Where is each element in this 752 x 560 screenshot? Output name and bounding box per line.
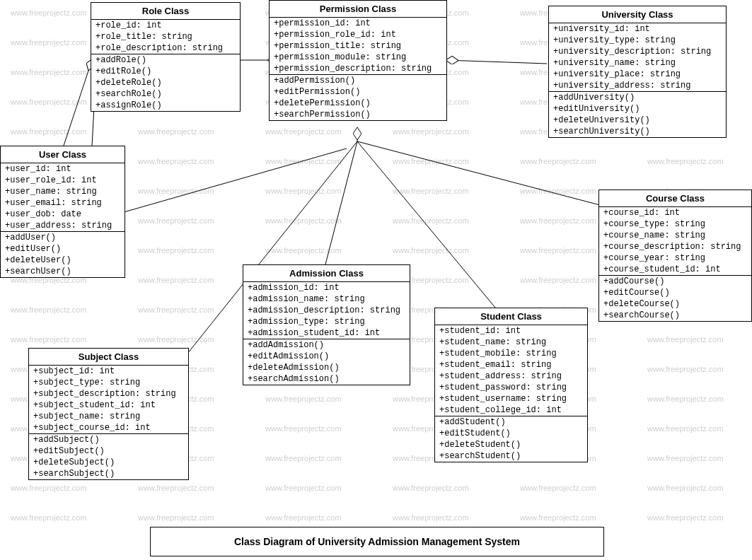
attribute-row: +subject_description: string: [29, 388, 188, 399]
attributes-section: +user_id: int+user_role_id: int+user_nam…: [1, 163, 125, 232]
attributes-section: +student_id: int+student_name: string+st…: [435, 325, 587, 416]
operation-row: +deleteUniversity(): [549, 115, 726, 126]
operation-row: +searchPermission(): [270, 109, 446, 120]
attribute-row: +university_id: int: [549, 23, 726, 35]
operations-section: +addUniversity()+editUniversity()+delete…: [549, 92, 726, 137]
attribute-row: +university_type: string: [549, 35, 726, 46]
attribute-row: +student_password: string: [435, 382, 587, 393]
class-user: User Class+user_id: int+user_role_id: in…: [0, 146, 125, 278]
class-permission: Permission Class+permission_id: int+perm…: [269, 0, 447, 121]
attribute-row: +permission_module: string: [270, 52, 446, 63]
class-admission: Admission Class+admission_id: int+admiss…: [243, 264, 410, 385]
operation-row: +deleteRole(): [91, 77, 240, 88]
attribute-row: +course_description: string: [599, 241, 751, 252]
operation-row: +deletePermission(): [270, 98, 446, 109]
operations-section: +addAdmission()+editAdmission()+deleteAd…: [243, 339, 410, 385]
attribute-row: +course_type: string: [599, 218, 751, 230]
attribute-row: +user_id: int: [1, 163, 125, 175]
attribute-row: +student_id: int: [435, 325, 587, 337]
attribute-row: +student_email: string: [435, 359, 587, 371]
operation-row: +searchRole(): [91, 88, 240, 100]
attribute-row: +university_description: string: [549, 46, 726, 57]
class-title: Admission Class: [243, 265, 410, 282]
attributes-section: +role_id: int+role_title: string+role_de…: [91, 20, 240, 54]
class-subject: Subject Class+subject_id: int+subject_ty…: [28, 348, 189, 480]
attribute-row: +student_college_id: int: [435, 404, 587, 416]
attribute-row: +subject_course_id: int: [29, 422, 188, 433]
operations-section: +addUser()+editUser()+deleteUser()+searc…: [1, 232, 125, 277]
attribute-row: +admission_type: string: [243, 316, 410, 327]
operation-row: +addUniversity(): [549, 92, 726, 103]
operation-row: +searchSubject(): [29, 468, 188, 479]
attribute-row: +university_address: string: [549, 80, 726, 91]
attribute-row: +permission_id: int: [270, 18, 446, 29]
class-title: University Class: [549, 6, 726, 23]
operation-row: +searchUniversity(): [549, 126, 726, 137]
operations-section: +addSubject()+editSubject()+deleteSubjec…: [29, 434, 188, 479]
operations-section: +addCourse()+editCourse()+deleteCourse()…: [599, 276, 751, 321]
class-university: University Class+university_id: int+univ…: [548, 6, 727, 138]
operation-row: +editUser(): [1, 243, 125, 255]
attribute-row: +subject_id: int: [29, 366, 188, 377]
operation-row: +addSubject(): [29, 434, 188, 445]
attribute-row: +student_address: string: [435, 371, 587, 382]
class-title: Course Class: [599, 190, 751, 207]
attributes-section: +university_id: int+university_type: str…: [549, 23, 726, 92]
operations-section: +addStudent()+editStudent()+deleteStuden…: [435, 416, 587, 462]
attribute-row: +student_name: string: [435, 337, 587, 348]
operation-row: +searchCourse(): [599, 310, 751, 321]
operation-row: +addCourse(): [599, 276, 751, 287]
attribute-row: +role_description: string: [91, 42, 240, 54]
operation-row: +editCourse(): [599, 287, 751, 298]
operation-row: +addUser(): [1, 232, 125, 243]
class-title: Permission Class: [270, 1, 446, 18]
class-course: Course Class+course_id: int+course_type:…: [598, 189, 752, 322]
class-title: User Class: [1, 146, 125, 163]
operations-section: +addPermission()+editPermission()+delete…: [270, 75, 446, 120]
attribute-row: +university_name: string: [549, 57, 726, 69]
attribute-row: +student_mobile: string: [435, 348, 587, 359]
attribute-row: +permission_title: string: [270, 40, 446, 52]
attribute-row: +user_email: string: [1, 197, 125, 209]
attribute-row: +admission_name: string: [243, 293, 410, 305]
attribute-row: +course_id: int: [599, 207, 751, 218]
attribute-row: +admission_student_id: int: [243, 327, 410, 339]
operation-row: +editStudent(): [435, 428, 587, 439]
attribute-row: +student_username: string: [435, 393, 587, 404]
attribute-row: +role_title: string: [91, 31, 240, 42]
attributes-section: +subject_id: int+subject_type: string+su…: [29, 366, 188, 434]
operation-row: +addStudent(): [435, 416, 587, 428]
attributes-section: +permission_id: int+permission_role_id: …: [270, 18, 446, 75]
operation-row: +addAdmission(): [243, 339, 410, 351]
operation-row: +deleteUser(): [1, 255, 125, 266]
attribute-row: +permission_description: string: [270, 63, 446, 74]
attribute-row: +subject_student_id: int: [29, 399, 188, 411]
attribute-row: +permission_role_id: int: [270, 29, 446, 40]
attribute-row: +course_student_id: int: [599, 264, 751, 275]
class-title: Subject Class: [29, 349, 188, 366]
attribute-row: +user_role_id: int: [1, 175, 125, 186]
attribute-row: +university_place: string: [549, 69, 726, 80]
attribute-row: +admission_description: string: [243, 305, 410, 316]
operation-row: +searchAdmission(): [243, 373, 410, 385]
attribute-row: +user_address: string: [1, 220, 125, 231]
diagram-canvas: Role Class+role_id: int+role_title: stri…: [0, 0, 752, 560]
operation-row: +searchStudent(): [435, 450, 587, 462]
class-title: Student Class: [435, 308, 587, 325]
operation-row: +editSubject(): [29, 445, 188, 457]
operation-row: +deleteStudent(): [435, 439, 587, 450]
attribute-row: +user_name: string: [1, 186, 125, 197]
operation-row: +addPermission(): [270, 75, 446, 86]
attribute-row: +user_dob: date: [1, 209, 125, 220]
operation-row: +addRole(): [91, 54, 240, 66]
attributes-section: +course_id: int+course_type: string+cour…: [599, 207, 751, 276]
operation-row: +editUniversity(): [549, 103, 726, 115]
operation-row: +deleteSubject(): [29, 457, 188, 468]
attribute-row: +course_name: string: [599, 230, 751, 241]
class-student: Student Class+student_id: int+student_na…: [434, 308, 588, 462]
attribute-row: +course_year: string: [599, 252, 751, 264]
operation-row: +editRole(): [91, 66, 240, 77]
operation-row: +deleteCourse(): [599, 298, 751, 310]
operation-row: +deleteAdmission(): [243, 362, 410, 373]
operation-row: +searchUser(): [1, 266, 125, 277]
